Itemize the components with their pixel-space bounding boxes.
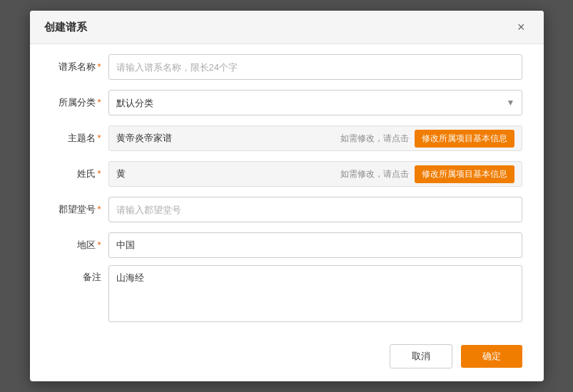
required-star: *	[97, 61, 101, 72]
surname-value: 黄	[116, 167, 340, 180]
name-input[interactable]	[108, 54, 522, 80]
form-row-surname: 姓氏* 黄 如需修改，请点击 修改所属项目基本信息	[51, 158, 522, 190]
create-pedigree-dialog: 创建谱系 × 谱系名称* 所属分类* 默认分类	[30, 11, 544, 381]
dialog-title: 创建谱系	[44, 21, 87, 34]
confirm-button[interactable]: 确定	[461, 345, 522, 368]
required-star-category: *	[97, 97, 101, 108]
required-star-surname: *	[97, 168, 101, 179]
junwang-input[interactable]	[108, 197, 522, 222]
theme-value: 黄帝炎帝家谱	[116, 132, 340, 145]
region-input[interactable]	[108, 232, 522, 258]
dialog-header: 创建谱系 ×	[30, 11, 544, 44]
required-star-theme: *	[97, 133, 101, 143]
dialog-footer: 取消 确定	[30, 337, 544, 381]
cancel-button[interactable]: 取消	[390, 344, 452, 368]
form-row-junwang: 郡望堂号*	[51, 194, 522, 225]
region-label: 地区*	[51, 239, 108, 252]
required-star-junwang: *	[97, 204, 101, 215]
form-row-region: 地区*	[51, 229, 522, 261]
form-row-theme: 主题名* 黄帝炎帝家谱 如需修改，请点击 修改所属项目基本信息	[51, 123, 522, 154]
theme-label: 主题名*	[51, 132, 108, 145]
category-select-wrap: 默认分类 ▼	[108, 90, 522, 115]
surname-modify-button[interactable]: 修改所属项目基本信息	[415, 165, 514, 183]
dialog-overlay: 创建谱系 × 谱系名称* 所属分类* 默认分类	[0, 0, 573, 392]
dialog-body: 谱系名称* 所属分类* 默认分类 ▼ 主题名*	[30, 44, 544, 337]
category-select[interactable]: 默认分类	[108, 90, 522, 115]
name-label: 谱系名称*	[51, 61, 108, 73]
surname-hint: 如需修改，请点击	[340, 168, 409, 180]
theme-modify-button[interactable]: 修改所属项目基本信息	[415, 130, 514, 148]
notes-textarea[interactable]: 山海经	[108, 265, 522, 322]
close-button[interactable]: ×	[513, 19, 529, 35]
form-row-name: 谱系名称*	[51, 51, 522, 83]
required-star-region: *	[97, 239, 101, 250]
theme-field: 黄帝炎帝家谱 如需修改，请点击 修改所属项目基本信息	[108, 125, 522, 151]
surname-field: 黄 如需修改，请点击 修改所属项目基本信息	[108, 161, 522, 187]
notes-label: 备注	[51, 265, 108, 284]
form-row-category: 所属分类* 默认分类 ▼	[51, 87, 522, 118]
surname-label: 姓氏*	[51, 167, 108, 180]
form-row-notes: 备注 山海经	[51, 265, 522, 322]
category-label: 所属分类*	[51, 96, 108, 109]
theme-hint: 如需修改，请点击	[340, 133, 409, 145]
junwang-label: 郡望堂号*	[51, 203, 108, 216]
